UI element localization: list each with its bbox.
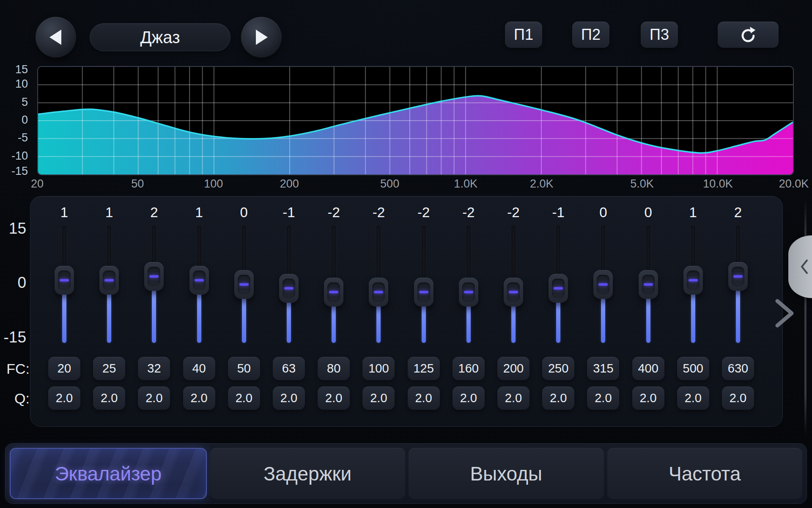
slider-thumb[interactable] xyxy=(324,278,343,306)
slider-thumb[interactable] xyxy=(459,278,478,306)
slider-thumb[interactable] xyxy=(234,270,254,299)
eq-band: -1632.0 xyxy=(266,196,311,427)
eq-band: 1202.0 xyxy=(42,196,87,427)
band-fc-value[interactable]: 125 xyxy=(408,357,440,380)
reset-button[interactable] xyxy=(718,22,779,48)
band-gain-slider[interactable] xyxy=(87,222,132,346)
band-fc-value[interactable]: 100 xyxy=(362,357,395,380)
band-gain-slider[interactable] xyxy=(132,222,176,346)
band-gain-slider[interactable] xyxy=(177,222,222,346)
band-gain-slider[interactable] xyxy=(581,222,625,346)
drawer-edge xyxy=(804,199,807,436)
band-q-value[interactable]: 2.0 xyxy=(48,387,80,410)
slider-thumb[interactable] xyxy=(99,266,119,295)
band-gain-slider[interactable] xyxy=(671,222,716,346)
slider-thumb[interactable] xyxy=(504,278,523,306)
eq-band: -21602.0 xyxy=(446,196,491,427)
slider-thumb-face xyxy=(732,267,744,286)
band-gain-slider[interactable] xyxy=(311,222,356,346)
band-q-value[interactable]: 2.0 xyxy=(632,387,664,410)
slider-thumb[interactable] xyxy=(549,274,568,303)
preset-next-button[interactable] xyxy=(241,17,282,58)
band-gain-value: 0 xyxy=(626,204,671,221)
slider-thumb[interactable] xyxy=(369,278,388,306)
slider-thumb-face xyxy=(417,282,430,302)
band-fc-value[interactable]: 50 xyxy=(228,357,260,380)
band-fc-value[interactable]: 500 xyxy=(677,357,709,380)
slider-thumb-marker xyxy=(464,291,473,293)
band-gain-slider[interactable] xyxy=(536,222,581,346)
band-q-value[interactable]: 2.0 xyxy=(453,387,485,410)
tab-equalizer[interactable]: Эквалайзер xyxy=(10,448,207,499)
band-q-value[interactable]: 2.0 xyxy=(318,387,350,410)
band-gain-slider[interactable] xyxy=(42,222,87,346)
band-fc-value[interactable]: 80 xyxy=(318,357,350,380)
slider-thumb[interactable] xyxy=(728,262,748,291)
band-fc-value[interactable]: 20 xyxy=(48,357,80,380)
eq-band: -21002.0 xyxy=(356,196,401,427)
memory-preset-2-button[interactable]: П2 xyxy=(572,22,609,48)
bottom-tab-bar: Эквалайзер Задержки Выходы Частота xyxy=(5,443,807,504)
tab-delays[interactable]: Задержки xyxy=(210,448,406,499)
memory-preset-1-button[interactable]: П1 xyxy=(505,22,542,48)
band-fc-value[interactable]: 40 xyxy=(183,357,215,380)
slider-thumb[interactable] xyxy=(683,266,703,295)
slider-thumb-marker xyxy=(644,283,653,286)
slider-thumb[interactable] xyxy=(144,262,164,291)
tab-frequency[interactable]: Частота xyxy=(607,448,803,499)
slider-thumb[interactable] xyxy=(279,274,299,303)
memory-preset-3-button[interactable]: П3 xyxy=(641,22,678,48)
tab-outputs[interactable]: Выходы xyxy=(409,448,604,499)
band-q-value[interactable]: 2.0 xyxy=(722,387,754,410)
band-fc-value[interactable]: 400 xyxy=(632,357,664,380)
band-q-value[interactable]: 2.0 xyxy=(138,387,170,410)
slider-thumb[interactable] xyxy=(189,266,209,295)
band-q-value[interactable]: 2.0 xyxy=(408,387,440,410)
band-q-value[interactable]: 2.0 xyxy=(228,387,260,410)
band-gain-slider[interactable] xyxy=(266,222,311,346)
band-fc-value[interactable]: 315 xyxy=(587,357,619,380)
band-fc-value[interactable]: 630 xyxy=(722,357,754,380)
band-fc-value[interactable]: 63 xyxy=(273,357,305,380)
band-q-value[interactable]: 2.0 xyxy=(93,387,125,410)
db-tick-label: 0 xyxy=(22,113,28,127)
slider-thumb-face xyxy=(642,275,655,294)
band-fc-value[interactable]: 160 xyxy=(453,357,485,380)
band-gain-slider[interactable] xyxy=(446,222,491,346)
band-q-value[interactable]: 2.0 xyxy=(587,387,619,410)
band-gain-slider[interactable] xyxy=(626,222,671,346)
band-gain-slider[interactable] xyxy=(491,222,536,346)
band-q-value[interactable]: 2.0 xyxy=(497,387,529,410)
band-fc-value[interactable]: 32 xyxy=(138,357,170,380)
slider-thumb-face xyxy=(507,282,520,302)
band-q-value[interactable]: 2.0 xyxy=(677,387,709,410)
slider-thumb[interactable] xyxy=(414,278,433,306)
band-fc-value[interactable]: 200 xyxy=(497,357,529,380)
band-q-value[interactable]: 2.0 xyxy=(183,387,215,410)
band-gain-slider[interactable] xyxy=(222,222,266,346)
side-drawer-handle[interactable] xyxy=(788,235,812,298)
eq-band: 04002.0 xyxy=(626,196,671,427)
band-gain-slider[interactable] xyxy=(356,222,401,346)
next-bands-page-button[interactable] xyxy=(774,298,796,329)
eq-band: 2322.0 xyxy=(132,196,176,427)
slider-thumb-face xyxy=(58,271,71,290)
preset-name-display[interactable]: Джаз xyxy=(90,23,230,51)
preset-prev-button[interactable] xyxy=(36,17,76,58)
band-gain-value: -2 xyxy=(401,204,446,221)
band-fc-value[interactable]: 250 xyxy=(542,357,574,380)
slider-thumb[interactable] xyxy=(593,270,613,299)
band-gain-slider[interactable] xyxy=(716,222,760,346)
band-gain-slider[interactable] xyxy=(401,222,446,346)
freq-tick-label: 10.0K xyxy=(703,177,733,190)
slider-thumb[interactable] xyxy=(639,270,658,299)
band-q-value[interactable]: 2.0 xyxy=(362,387,395,410)
band-q-value[interactable]: 2.0 xyxy=(273,387,305,410)
slider-thumb-face xyxy=(283,279,295,298)
db-tick-label: -15 xyxy=(11,165,28,178)
freq-tick-label: 5.0K xyxy=(630,177,654,190)
band-fc-value[interactable]: 25 xyxy=(93,357,125,380)
slider-thumb[interactable] xyxy=(55,266,74,295)
band-q-value[interactable]: 2.0 xyxy=(542,387,574,410)
refresh-icon xyxy=(738,25,758,44)
